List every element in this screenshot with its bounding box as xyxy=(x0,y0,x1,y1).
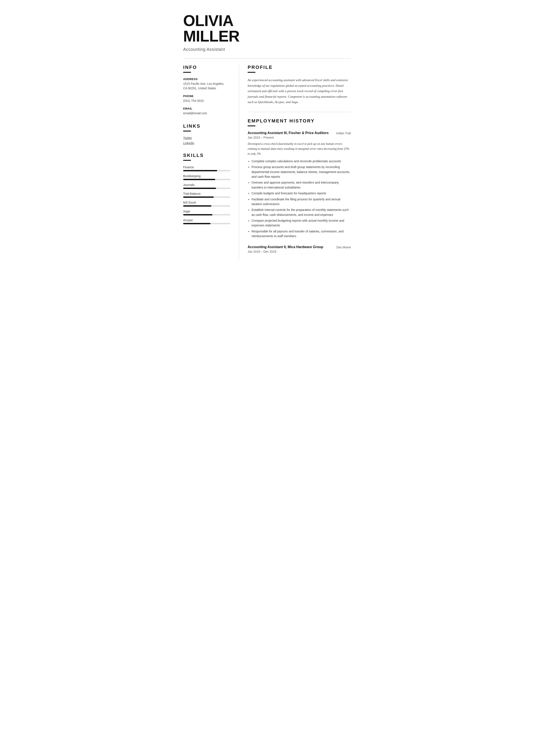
twitter-link[interactable]: Twitter xyxy=(183,136,230,140)
skills-list: Finance Bookkeeping Journals Trial Balan… xyxy=(183,166,230,224)
links-section: LINKS Twitter Linkedin xyxy=(183,123,230,145)
skill-item: Sage xyxy=(183,210,230,215)
skill-bar-fill xyxy=(183,179,215,180)
employment-title: Accounting Assistant III, Fischer & Pric… xyxy=(248,131,336,135)
profile-underline xyxy=(248,72,255,73)
skill-name: Finance xyxy=(183,166,230,169)
skill-item: Bookkeeping xyxy=(183,174,230,180)
skill-name: MS Excel xyxy=(183,201,230,204)
skill-bar-bg xyxy=(183,214,230,215)
employment-desc: Developed a cross-check functionality in… xyxy=(248,141,351,156)
bullet-item: Facilitate and coordinate the filing pro… xyxy=(251,197,351,206)
bullet-item: Compare projected budgeting reports with… xyxy=(251,218,351,228)
employment-title: Accounting Assistant II, Mica Hardware G… xyxy=(248,245,337,249)
info-underline xyxy=(183,72,191,73)
skill-name: Sage xyxy=(183,210,230,213)
skill-bar-fill xyxy=(183,214,213,215)
skill-name: Bookkeeping xyxy=(183,174,230,178)
phone-label: PHONE xyxy=(183,94,230,98)
skill-name: Accpac xyxy=(183,218,230,222)
skill-bar-fill xyxy=(183,197,214,198)
header-divider xyxy=(183,58,351,59)
employment-dates: Jan 2018 – Dec 2018 xyxy=(248,250,351,253)
skill-bar-bg xyxy=(183,170,230,171)
skill-bar-bg xyxy=(183,205,230,206)
content-area: PROFILE An experienced accounting assist… xyxy=(248,65,351,260)
skill-item: Finance xyxy=(183,166,230,171)
profile-section: PROFILE An experienced accounting assist… xyxy=(248,65,351,105)
address-label: ADDRESS xyxy=(183,77,230,81)
skill-item: Trial Balance xyxy=(183,192,230,198)
skill-bar-bg xyxy=(183,188,230,189)
profile-title: PROFILE xyxy=(248,65,351,70)
info-title: INFO xyxy=(183,65,230,70)
bullet-item: Complete complex calculations and reconc… xyxy=(251,159,351,164)
bullet-item: Process group accounts and draft group s… xyxy=(251,165,351,179)
info-section: INFO ADDRESS 1515 Pacific Ave, Los Angel… xyxy=(183,65,230,116)
candidate-name: OLIVIA MILLER xyxy=(183,13,351,44)
employment-title: EMPLOYMENT HISTORY xyxy=(248,118,351,124)
skill-item: Accpac xyxy=(183,218,230,224)
employment-location: Indian Trail xyxy=(336,131,351,135)
profile-divider xyxy=(248,112,351,112)
skill-bar-fill xyxy=(183,170,217,171)
skill-bar-bg xyxy=(183,197,230,198)
skill-bar-fill xyxy=(183,223,211,224)
links-underline xyxy=(183,131,191,131)
profile-text: An experienced accounting assistant with… xyxy=(248,77,351,105)
employment-header: Accounting Assistant II, Mica Hardware G… xyxy=(248,245,351,249)
employment-header: Accounting Assistant III, Fischer & Pric… xyxy=(248,131,351,135)
jobs-list: Accounting Assistant III, Fischer & Pric… xyxy=(248,131,351,253)
skills-section: SKILLS Finance Bookkeeping Journals Tria… xyxy=(183,152,230,224)
employment-entry: Accounting Assistant II, Mica Hardware G… xyxy=(248,245,351,253)
candidate-title: Accounting Assistant xyxy=(183,47,351,52)
skill-name: Trial Balance xyxy=(183,192,230,195)
employment-entry: Accounting Assistant III, Fischer & Pric… xyxy=(248,131,351,239)
skill-item: Journals xyxy=(183,183,230,189)
bullet-list: Complete complex calculations and reconc… xyxy=(248,159,351,239)
linkedin-link[interactable]: Linkedin xyxy=(183,141,230,145)
skills-title: SKILLS xyxy=(183,152,230,158)
bullet-item: Establish internal controls for the prep… xyxy=(251,207,351,217)
main-layout: INFO ADDRESS 1515 Pacific Ave, Los Angel… xyxy=(183,65,351,260)
skills-underline xyxy=(183,160,191,161)
email-value: email@email.com xyxy=(183,111,230,116)
skill-item: MS Excel xyxy=(183,201,230,206)
employment-location: Des Moine xyxy=(337,245,351,249)
bullet-item: Compile budgets and forecasts for headqu… xyxy=(251,191,351,196)
employment-underline xyxy=(248,125,255,126)
employment-section: EMPLOYMENT HISTORY Accounting Assistant … xyxy=(248,118,351,253)
address-value: 1515 Pacific Ave, Los Angeles,CA 90291, … xyxy=(183,82,230,91)
skill-bar-fill xyxy=(183,205,211,206)
employment-dates: Jan 2019 – Present xyxy=(248,136,351,139)
bullet-item: Oversee and approve payments, wire trans… xyxy=(251,180,351,190)
skill-bar-bg xyxy=(183,223,230,224)
skill-name: Journals xyxy=(183,183,230,187)
bullet-item: Responsible for all payruns and transfer… xyxy=(251,229,351,239)
resume-header: OLIVIA MILLER Accounting Assistant xyxy=(183,13,351,52)
phone-value: (541) 754-3010 xyxy=(183,98,230,103)
sidebar: INFO ADDRESS 1515 Pacific Ave, Los Angel… xyxy=(183,65,239,260)
skill-bar-fill xyxy=(183,188,216,189)
skill-bar-bg xyxy=(183,179,230,180)
links-title: LINKS xyxy=(183,123,230,129)
email-label: EMAIL xyxy=(183,107,230,110)
